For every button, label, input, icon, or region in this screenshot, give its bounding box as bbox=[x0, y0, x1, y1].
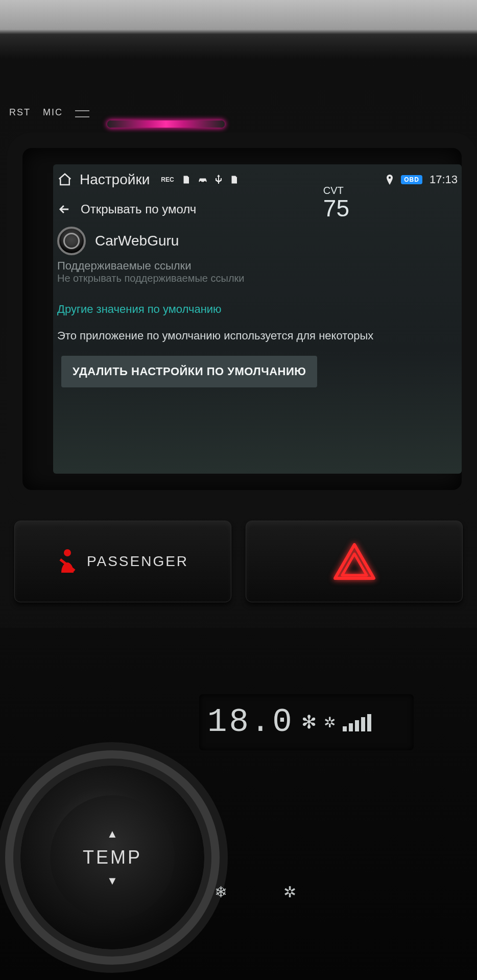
statusbar-title: Настройки bbox=[80, 172, 150, 188]
supported-links-sub: Не открывать поддерживаемые ссылки bbox=[57, 273, 458, 284]
usb-icon bbox=[215, 175, 222, 185]
location-icon bbox=[386, 175, 394, 185]
cvt-value: 75 bbox=[323, 197, 349, 220]
status-bar: Настройки REC bbox=[53, 164, 462, 195]
app-name: CarWebGuru bbox=[95, 233, 179, 249]
climate-mode-icons: ❄ ✲ bbox=[214, 883, 296, 901]
clear-defaults-button[interactable]: УДАЛИТЬ НАСТРОЙКИ ПО УМОЛЧАНИЮ bbox=[61, 356, 317, 387]
ac-snowflake-icon[interactable]: ❄ bbox=[214, 883, 227, 901]
cvt-overlay: CVT 75 bbox=[323, 185, 349, 220]
bezel-labels: RST MIC bbox=[9, 107, 89, 118]
defaults-section-body: Это приложение по умолчанию используется… bbox=[57, 329, 458, 342]
defaults-section: Другие значения по умолчанию Это приложе… bbox=[53, 284, 462, 387]
sd-card-icon bbox=[181, 175, 190, 184]
dash-button-row: PASSENGER bbox=[0, 521, 477, 602]
app-icon bbox=[57, 227, 86, 255]
headunit-frame: Настройки REC bbox=[22, 148, 462, 490]
fan-speed-bars bbox=[343, 713, 371, 731]
home-icon[interactable] bbox=[57, 172, 73, 187]
svg-point-2 bbox=[389, 177, 391, 179]
sub-bar: Открывать по умолч bbox=[53, 195, 462, 224]
svg-point-3 bbox=[64, 549, 71, 556]
bezel-mic-label: MIC bbox=[43, 107, 63, 118]
temp-knob-label: TEMP bbox=[83, 847, 142, 868]
rec-icon: REC bbox=[161, 176, 174, 183]
fan-icon: ✲ bbox=[324, 714, 336, 731]
app-header: CarWebGuru bbox=[53, 224, 462, 255]
climate-temp-value: 18.0 bbox=[207, 704, 294, 741]
disc-slot bbox=[107, 120, 225, 128]
subbar-title: Открывать по умолч bbox=[81, 202, 196, 216]
mic-slots-icon bbox=[75, 110, 89, 117]
temp-down-icon: ▼ bbox=[107, 875, 118, 887]
obd-badge: OBD bbox=[401, 175, 422, 184]
photo-root: RST MIC Настройки REC bbox=[0, 0, 477, 980]
hazard-button[interactable] bbox=[246, 521, 463, 602]
sd-card-2-icon bbox=[229, 175, 238, 184]
defaults-section-header: Другие значения по умолчанию bbox=[57, 303, 458, 316]
hazard-icon bbox=[333, 543, 376, 580]
svg-point-1 bbox=[204, 181, 205, 183]
svg-point-0 bbox=[200, 181, 201, 183]
passenger-seatbelt-button[interactable]: PASSENGER bbox=[14, 521, 231, 602]
bezel-rst-label: RST bbox=[9, 107, 31, 118]
back-icon[interactable] bbox=[57, 202, 71, 216]
temp-up-icon: ▲ bbox=[107, 828, 118, 840]
climate-lcd: 18.0 ✻ ✲ bbox=[199, 694, 414, 750]
supported-links-row[interactable]: Поддерживаемые ссылки Не открывать подде… bbox=[53, 255, 462, 284]
statusbar-icons: REC bbox=[161, 175, 238, 185]
headunit-screen: Настройки REC bbox=[53, 164, 462, 474]
climate-panel: 18.0 ✻ ✲ ▲ TEMP ▼ ❄ ✲ bbox=[0, 628, 477, 980]
car-icon bbox=[198, 176, 208, 183]
seatbelt-icon bbox=[57, 548, 78, 575]
ac-fan-icon[interactable]: ✲ bbox=[283, 883, 296, 901]
supported-links-title: Поддерживаемые ссылки bbox=[57, 259, 458, 273]
status-clock: 17:13 bbox=[430, 173, 458, 186]
passenger-label: PASSENGER bbox=[87, 553, 188, 570]
snowflake-icon: ✻ bbox=[301, 712, 317, 733]
temp-knob[interactable]: ▲ TEMP ▼ bbox=[20, 766, 204, 949]
